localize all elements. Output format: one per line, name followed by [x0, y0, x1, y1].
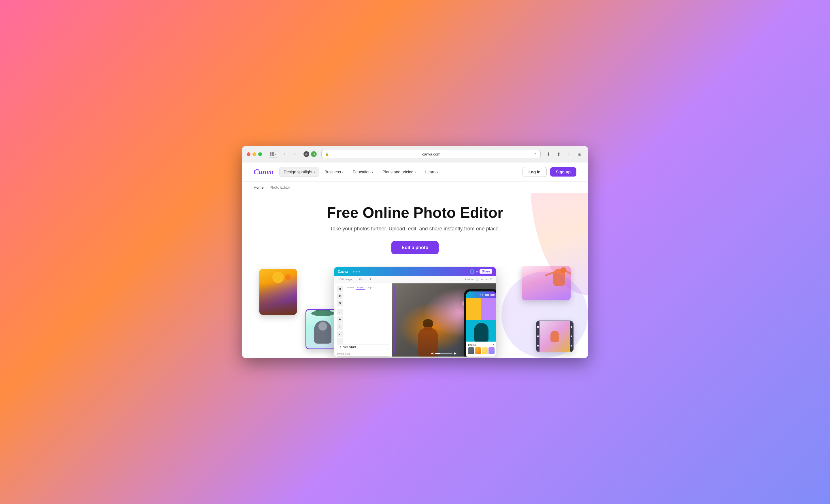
home-icon[interactable]: ⌂ [337, 309, 343, 315]
mobile-screen: Effects ✕ [466, 292, 496, 357]
breadcrumb-current: Photo Editor [269, 185, 290, 190]
sidebar-toggle[interactable]: ▾ [268, 150, 278, 158]
nav-education-label: Education [353, 170, 371, 174]
arrange-icon[interactable]: ◻ [476, 278, 478, 281]
chevron-down-icon: ▾ [372, 170, 373, 174]
tab-edit-image[interactable]: Edit Image [338, 277, 354, 281]
delete-icon[interactable]: ⊡ [490, 278, 492, 281]
crop-tab[interactable]: Crop [365, 286, 373, 290]
text-icon[interactable]: T [337, 324, 343, 330]
effects-tab[interactable]: Effects [346, 286, 356, 290]
mobile-content [466, 298, 496, 342]
minimize-button[interactable] [252, 153, 256, 156]
effect-thumb-1[interactable] [468, 347, 474, 354]
select-area-label: Select area [337, 352, 389, 355]
mobile-person [466, 298, 496, 342]
adjustment-panel: Effects Adjust Crop ✦ Auto-adjust Select… [337, 286, 389, 357]
signup-button[interactable]: Sign up [550, 167, 576, 176]
address-bar[interactable]: 🔒 canva.com ↺ [321, 150, 541, 158]
canva-logo[interactable]: Canva [254, 168, 274, 176]
floating-photo-1 [259, 269, 297, 315]
editor-toolbar-row: Edit Image Flip ℹ Position ◻ ↩ ↪ ⊡ [334, 276, 496, 283]
lock-icon: 🔒 [325, 153, 329, 156]
download-icon[interactable]: ⬇ [544, 150, 552, 158]
effect-thumb-3[interactable] [482, 347, 488, 354]
reload-button[interactable]: ↺ [534, 152, 537, 156]
music-icon[interactable]: ♪ [337, 331, 343, 337]
chevron-down-icon: ▾ [314, 170, 315, 174]
nav-learn-label: Learn [425, 170, 436, 174]
nav-prev-icon[interactable]: ◀ [431, 351, 434, 355]
toolbar-right-actions: Position ◻ ↩ ↪ ⊡ [465, 278, 492, 281]
nav-plans-label: Plans and pricing [382, 170, 413, 174]
editor-preview-area: Canva 👤 Share Edit Image Flip [242, 266, 588, 358]
chevron-down-icon: ▾ [437, 170, 438, 174]
floating-photo-4 [536, 321, 574, 352]
nav-business[interactable]: Business ▾ [320, 167, 348, 176]
nav-plans[interactable]: Plans and pricing ▾ [378, 167, 420, 176]
chevron-down-icon: ▾ [342, 170, 344, 174]
mobile-effects-panel: Effects ✕ [466, 342, 496, 357]
nav-design-spotlight[interactable]: Design spotlight ▾ [279, 167, 319, 177]
editor-share-button[interactable]: Share [480, 269, 492, 274]
sparkle-icon: ✦ [339, 346, 342, 348]
select-area-section: Select area Whole image ▾ [337, 352, 389, 357]
shield-icon: ⊙ [304, 151, 309, 157]
people-icon[interactable]: ⊕ [337, 316, 343, 323]
back-button[interactable]: ‹ [280, 150, 288, 158]
login-button[interactable]: Log in [522, 167, 547, 177]
tab-info[interactable]: ℹ [368, 277, 373, 281]
nav-next-icon[interactable]: ▶ [454, 351, 456, 355]
editor-body: fx ⚙ ⊡ ⌂ ⊕ T ♪ ··· [334, 283, 496, 357]
sidebar-icon-buttons: fx ⚙ ⊡ ⌂ ⊕ T ♪ ··· [337, 286, 344, 344]
mobile-mockup: Effects ✕ [464, 289, 496, 357]
effect-thumb-2[interactable] [475, 347, 481, 354]
nav-education[interactable]: Education ▾ [349, 167, 377, 176]
breadcrumb: Home › Photo Editor [242, 182, 588, 193]
mobile-topbar [466, 292, 496, 298]
new-tab-icon[interactable]: ＋ [565, 150, 573, 158]
close-icon[interactable]: ✕ [492, 344, 494, 346]
nav-design-spotlight-label: Design spotlight [284, 170, 312, 174]
forward-button[interactable]: › [291, 150, 299, 158]
browser-titlebar: ▾ ‹ › ⊙ G 🔒 canva.com ↺ ⬇ ⬆ ＋ ⊞ [242, 146, 588, 162]
crop-icon[interactable]: ⊡ [337, 300, 343, 306]
tab-flip[interactable]: Flip [357, 277, 365, 281]
hero-title: Free Online Photo Editor [254, 204, 576, 221]
select-area-dropdown[interactable]: Whole image ▾ [337, 356, 389, 357]
effect-thumb-4[interactable] [488, 347, 494, 354]
breadcrumb-home[interactable]: Home [254, 185, 264, 190]
canvas-nav: ◀ ▶ [431, 351, 456, 355]
nav-actions: Log in Sign up [522, 167, 576, 177]
redo-icon[interactable]: ↪ [485, 278, 488, 281]
editor-sidebar: fx ⚙ ⊡ ⌂ ⊕ T ♪ ··· [334, 283, 392, 357]
share-icon[interactable]: ⬆ [554, 150, 563, 158]
navbar: Canva Design spotlight ▾ Business ▾ Educ… [242, 162, 588, 182]
fx-icon[interactable]: fx [337, 286, 343, 292]
maximize-button[interactable] [258, 153, 262, 156]
edit-photo-button[interactable]: Edit a photo [391, 241, 439, 254]
adjust-tab[interactable]: Adjust [356, 286, 365, 290]
breadcrumb-separator: › [266, 185, 267, 190]
close-button[interactable] [247, 153, 250, 156]
nav-learn[interactable]: Learn ▾ [421, 167, 442, 176]
website-content: Canva Design spotlight ▾ Business ▾ Educ… [242, 162, 588, 358]
editor-canvas: ◀ ▶ [392, 283, 496, 357]
sidebar-tabs: Effects Adjust Crop [346, 286, 389, 290]
user-avatar: 👤 [470, 269, 474, 274]
more-icon[interactable]: ··· [337, 338, 343, 344]
editor-topbar-actions: 👤 Share [470, 269, 492, 274]
nav-business-label: Business [324, 170, 341, 174]
hero-subtitle: Take your photos further. Upload, edit, … [254, 226, 576, 232]
floating-photo-3 [522, 266, 571, 300]
browser-actions: ⬇ ⬆ ＋ ⊞ [544, 150, 583, 158]
adjust-icon[interactable]: ⚙ [337, 293, 343, 299]
editor-logo: Canva [338, 270, 348, 274]
traffic-lights [247, 153, 262, 156]
extension-icon: G [311, 151, 317, 157]
grid-icon[interactable]: ⊞ [575, 150, 583, 158]
undo-icon[interactable]: ↩ [481, 278, 483, 281]
auto-adjust-button[interactable]: ✦ Auto-adjust [337, 344, 389, 350]
plus-icon [476, 271, 478, 272]
editor-topbar: Canva 👤 Share [334, 267, 496, 276]
